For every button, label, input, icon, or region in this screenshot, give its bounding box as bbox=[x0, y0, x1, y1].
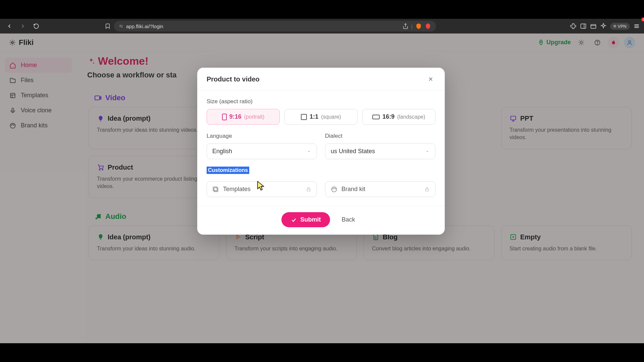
product-to-video-modal: Product to video Size (aspect ratio) 9:1… bbox=[197, 68, 445, 235]
vpn-button[interactable]: VPN bbox=[610, 23, 630, 30]
modal-title: Product to video bbox=[207, 75, 260, 83]
shield-icon[interactable]: 0 bbox=[415, 23, 422, 29]
svg-rect-46 bbox=[373, 115, 379, 119]
browser-toolbar: app.fliki.ai/?login | 0 1 VPN bbox=[0, 19, 644, 34]
language-select[interactable]: English bbox=[207, 143, 317, 159]
dialect-label: Dialect bbox=[325, 133, 435, 139]
chevron-down-icon bbox=[307, 149, 311, 154]
svg-point-51 bbox=[333, 188, 333, 189]
square-rect-icon bbox=[301, 114, 307, 120]
templates-label-text: Templates bbox=[223, 186, 251, 193]
url-text: app.fliki.ai/?login bbox=[126, 23, 163, 29]
brave-icon[interactable]: 1 bbox=[425, 23, 431, 29]
share-icon[interactable] bbox=[402, 23, 409, 29]
modal-header: Product to video bbox=[197, 68, 445, 91]
check-icon bbox=[291, 217, 297, 223]
aspect-ratio-portrait[interactable]: 9:16 (portrait) bbox=[207, 109, 280, 125]
brand-kit-button[interactable]: Brand kit bbox=[325, 181, 435, 197]
sparkle-icon[interactable] bbox=[600, 23, 607, 29]
svg-point-52 bbox=[334, 188, 334, 188]
dialect-select[interactable]: us United States bbox=[325, 143, 435, 159]
lock-icon bbox=[424, 187, 430, 192]
language-value: English bbox=[212, 148, 232, 155]
svg-point-2 bbox=[122, 26, 122, 27]
back-button[interactable] bbox=[4, 21, 15, 32]
submit-button[interactable]: Submit bbox=[281, 212, 330, 227]
templates-icon bbox=[212, 186, 219, 193]
chevron-down-icon bbox=[425, 149, 430, 154]
sidepanel-icon[interactable] bbox=[580, 23, 587, 29]
url-bar[interactable]: app.fliki.ai/?login | 0 1 bbox=[114, 21, 436, 32]
extensions-icon[interactable] bbox=[570, 23, 577, 29]
svg-point-0 bbox=[120, 25, 120, 26]
close-icon bbox=[428, 76, 434, 82]
letterbox-top bbox=[0, 0, 644, 19]
close-button[interactable] bbox=[426, 74, 435, 84]
dialect-value: us United States bbox=[331, 148, 375, 155]
letterbox-bottom bbox=[0, 343, 644, 362]
modal-footer: Submit Back bbox=[197, 206, 445, 235]
portrait-rect-icon bbox=[222, 114, 227, 120]
aspect-ratio-landscape[interactable]: 16:9 (landscape) bbox=[362, 109, 435, 125]
aspect-ratio-square[interactable]: 1:1 (square) bbox=[284, 109, 358, 125]
svg-rect-49 bbox=[307, 189, 310, 191]
size-label: Size (aspect ratio) bbox=[207, 98, 435, 105]
reload-button[interactable] bbox=[31, 21, 42, 32]
site-settings-icon bbox=[119, 24, 123, 28]
brandkit-label-text: Brand kit bbox=[341, 186, 365, 193]
svg-rect-5 bbox=[581, 24, 586, 28]
palette-icon bbox=[331, 186, 337, 193]
svg-rect-7 bbox=[591, 24, 596, 28]
language-label: Language bbox=[207, 133, 317, 139]
customizations-label: Customizations bbox=[207, 167, 249, 174]
svg-rect-54 bbox=[425, 189, 428, 191]
templates-button[interactable]: Templates bbox=[207, 181, 317, 197]
svg-rect-44 bbox=[222, 114, 226, 120]
back-button-modal[interactable]: Back bbox=[336, 213, 360, 227]
app-viewport: Fliki Upgrade Home Files Templates Voice… bbox=[0, 34, 644, 343]
svg-point-53 bbox=[335, 188, 336, 189]
landscape-rect-icon bbox=[372, 115, 380, 119]
menu-icon[interactable] bbox=[633, 23, 640, 29]
lock-icon bbox=[306, 187, 311, 192]
forward-button[interactable] bbox=[17, 21, 28, 32]
wallet-icon[interactable] bbox=[590, 23, 597, 29]
bookmark-icon[interactable] bbox=[105, 23, 111, 29]
svg-rect-45 bbox=[301, 114, 307, 120]
